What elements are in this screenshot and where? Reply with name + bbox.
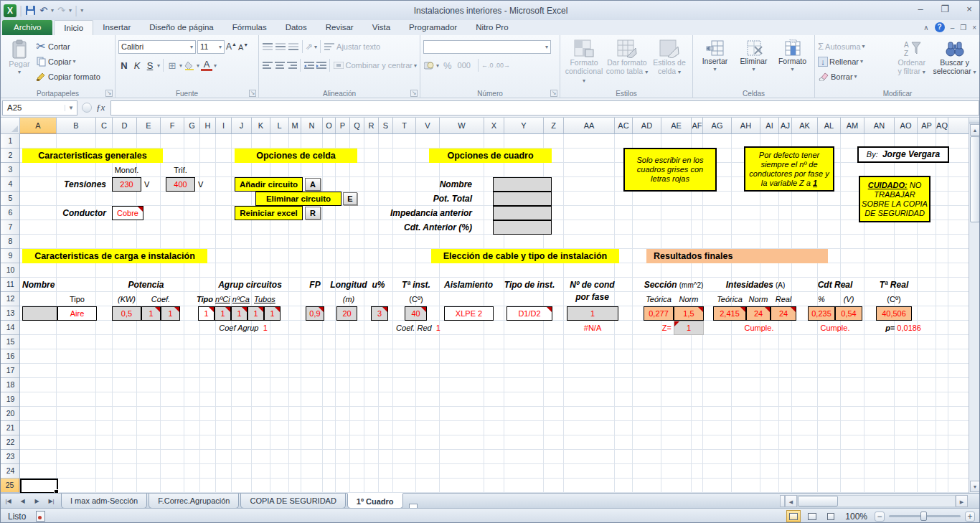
number-dialog-launcher-icon[interactable]: ↘: [550, 90, 557, 97]
increase-decimal-icon[interactable]: ←.0: [481, 62, 494, 69]
align-left-icon[interactable]: [262, 60, 273, 71]
italic-button[interactable]: K: [131, 60, 143, 71]
column-header-AQ[interactable]: AQ: [936, 118, 948, 134]
column-header-AE[interactable]: AE: [661, 118, 692, 134]
ribbon-tab-inicio[interactable]: Inicio: [54, 20, 93, 35]
column-header-AJ[interactable]: AJ: [779, 118, 792, 134]
copy-dropdown-icon[interactable]: ▾: [72, 58, 75, 65]
column-header-AN[interactable]: AN: [864, 118, 895, 134]
key-a-button[interactable]: A: [305, 178, 321, 191]
input-nombre-cuadro[interactable]: [493, 177, 552, 192]
decrease-decimal-icon[interactable]: .00→: [494, 62, 510, 69]
row-header-8[interactable]: 8: [1, 235, 20, 249]
hscroll-thumb[interactable]: [798, 496, 838, 506]
bold-button[interactable]: N: [118, 60, 130, 71]
input-conductor[interactable]: Cobre: [112, 206, 143, 220]
close-button[interactable]: ×: [962, 4, 976, 15]
row-header-5[interactable]: 5: [1, 192, 20, 206]
comma-style-button[interactable]: 000: [458, 61, 471, 70]
sort-filter-button[interactable]: AZ Ordenary filtrar ▾: [891, 37, 932, 87]
row-header-6[interactable]: 6: [1, 206, 20, 220]
ribbon-tab-fórmulas[interactable]: Fórmulas: [223, 20, 276, 35]
input-cdt-anterior[interactable]: [493, 220, 552, 235]
name-box[interactable]: A25▼: [2, 100, 77, 116]
row-header-23[interactable]: 23: [1, 450, 20, 464]
cell-tipo[interactable]: Aire: [57, 306, 97, 321]
normal-view-button[interactable]: [786, 510, 801, 522]
row-header-24[interactable]: 24: [1, 464, 20, 479]
font-color-icon[interactable]: A: [201, 60, 212, 71]
cell-tipo-inst[interactable]: D1/D2: [507, 306, 552, 321]
cell-kw[interactable]: 0,5: [112, 306, 141, 321]
conditional-formatting-button[interactable]: Formatocondicional ▾: [563, 37, 605, 87]
cell-longitud[interactable]: 20: [336, 306, 357, 321]
cell-aislamiento[interactable]: XLPE 2: [444, 306, 494, 321]
column-header-V[interactable]: V: [416, 118, 440, 134]
zoom-level[interactable]: 100%: [845, 512, 867, 522]
column-header-Q[interactable]: Q: [350, 118, 364, 134]
scroll-left-icon[interactable]: ◀: [785, 495, 797, 507]
column-header-B[interactable]: B: [57, 118, 96, 134]
column-header-D[interactable]: D: [113, 118, 137, 134]
cell-nombre[interactable]: [22, 306, 57, 321]
input-tension-trif[interactable]: 400: [166, 177, 195, 192]
font-size-combo[interactable]: 11▾: [197, 40, 225, 54]
workbook-restore-icon[interactable]: ❐: [960, 24, 966, 32]
collapse-ribbon-icon[interactable]: ∧: [923, 24, 928, 32]
workbook-minimize-icon[interactable]: –: [951, 24, 955, 32]
delete-cells-button[interactable]: Eliminar▾: [734, 37, 773, 87]
input-impedancia[interactable]: [493, 206, 552, 220]
insert-cells-button[interactable]: Insertar▾: [696, 37, 734, 87]
orientation-icon[interactable]: ⇗: [306, 42, 313, 52]
row-header-15[interactable]: 15: [1, 335, 20, 349]
row-header-1[interactable]: 1: [1, 134, 20, 149]
row-header-12[interactable]: 12: [1, 292, 20, 306]
row-header-9[interactable]: 9: [1, 249, 20, 263]
clear-button[interactable]: Borrar ▾: [818, 69, 891, 84]
column-header-AI[interactable]: AI: [760, 118, 779, 134]
help-icon[interactable]: ?: [935, 22, 945, 32]
worksheet-grid[interactable]: Caracteristicas generales Opciones de ce…: [20, 134, 969, 493]
font-dialog-launcher-icon[interactable]: ↘: [249, 90, 256, 97]
column-header-K[interactable]: K: [252, 118, 270, 134]
row-header-22[interactable]: 22: [1, 435, 20, 450]
format-cells-button[interactable]: Formato▾: [773, 37, 811, 87]
column-header-I[interactable]: I: [216, 118, 232, 134]
zoom-slider-thumb[interactable]: [920, 512, 927, 521]
column-header-N[interactable]: N: [301, 118, 323, 134]
input-pot-total[interactable]: [493, 192, 552, 206]
row-header-7[interactable]: 7: [1, 220, 20, 235]
paste-dropdown-icon[interactable]: ▾: [18, 68, 21, 77]
next-sheet-icon[interactable]: ▶: [30, 495, 44, 507]
cell-fp[interactable]: 0,9: [306, 306, 324, 321]
row-header-3[interactable]: 3: [1, 163, 20, 177]
align-middle-icon[interactable]: [275, 41, 286, 52]
row-header-16[interactable]: 16: [1, 349, 20, 364]
select-all-corner[interactable]: [1, 118, 20, 134]
number-format-combo[interactable]: ▾: [423, 40, 551, 54]
column-header-P[interactable]: P: [336, 118, 350, 134]
column-header-W[interactable]: W: [440, 118, 484, 134]
ribbon-tab-archivo[interactable]: Archivo: [2, 20, 52, 35]
row-header-2[interactable]: 2: [1, 149, 20, 163]
ribbon-tab-revisar[interactable]: Revisar: [316, 20, 363, 35]
fill-color-icon[interactable]: [184, 60, 195, 71]
format-as-table-button[interactable]: Dar formatocomo tabla ▾: [605, 37, 649, 87]
ribbon-tab-programador[interactable]: Programador: [400, 20, 466, 35]
row-header-13[interactable]: 13: [1, 306, 20, 321]
ribbon-tab-vista[interactable]: Vista: [363, 20, 400, 35]
percent-style-button[interactable]: %: [443, 60, 452, 71]
shrink-font-icon[interactable]: A▼: [238, 42, 248, 52]
column-header-AH[interactable]: AH: [732, 118, 760, 134]
row-header-25[interactable]: 25: [1, 479, 20, 493]
vscroll-thumb[interactable]: [970, 136, 980, 222]
row-header-4[interactable]: 4: [1, 177, 20, 192]
alignment-dialog-launcher-icon[interactable]: ↘: [410, 90, 418, 97]
column-header-M[interactable]: M: [289, 118, 301, 134]
column-header-AA[interactable]: AA: [564, 118, 615, 134]
ribbon-tab-insertar[interactable]: Insertar: [93, 20, 140, 35]
key-r-button[interactable]: R: [305, 207, 321, 220]
zoom-out-icon[interactable]: −: [875, 512, 885, 522]
row-header-14[interactable]: 14: [1, 321, 20, 335]
horizontal-scrollbar[interactable]: ◀ ▶: [780, 495, 968, 507]
